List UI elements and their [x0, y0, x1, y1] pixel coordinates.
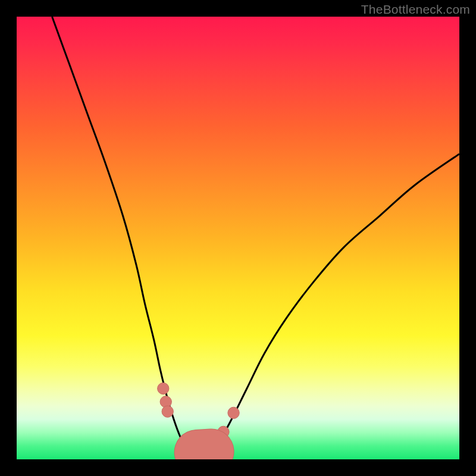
bottleneck-curve-svg [17, 17, 459, 459]
plot-area [17, 17, 459, 459]
curve-marker [228, 407, 239, 418]
chart-frame: TheBottleneck.com [0, 0, 476, 476]
watermark-text: TheBottleneck.com [361, 2, 470, 17]
curve-marker-capsule [197, 452, 212, 452]
bottleneck-curve [52, 17, 459, 456]
curve-marker [162, 406, 173, 417]
curve-marker [158, 383, 169, 394]
curve-markers [158, 383, 240, 454]
